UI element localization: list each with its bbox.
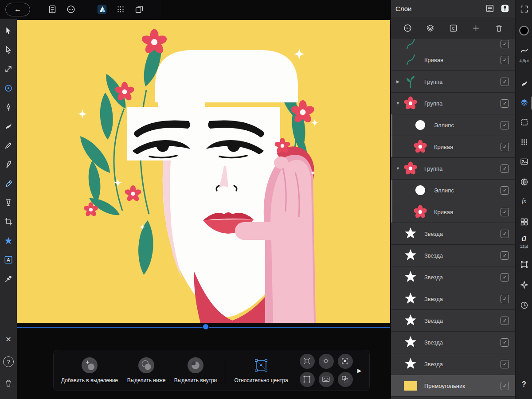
grid-dots-icon[interactable] xyxy=(114,3,127,16)
layer-visibility-checkbox[interactable]: ✓ xyxy=(501,338,509,347)
layer-visibility-checkbox[interactable]: ✓ xyxy=(501,164,509,173)
selection-panel-icon[interactable] xyxy=(516,117,532,129)
delete-layer-icon[interactable] xyxy=(493,23,505,34)
brush-panel-icon[interactable] xyxy=(516,79,532,90)
layer-label: Группа xyxy=(424,78,501,85)
pen-tool[interactable] xyxy=(3,102,14,113)
layer-visibility-checkbox[interactable]: ✓ xyxy=(501,186,509,195)
crosshair-icon[interactable] xyxy=(319,354,334,369)
layer-row[interactable]: Звезда✓ xyxy=(391,310,515,332)
globe-panel-icon[interactable] xyxy=(516,177,532,188)
context-button-select-below[interactable]: Выделить ниже xyxy=(123,357,170,383)
context-button-transform-origin[interactable]: Относительно центра xyxy=(229,357,293,383)
layer-row[interactable]: Звезда✓ xyxy=(391,332,515,353)
vector-brush-tool[interactable] xyxy=(3,121,14,132)
close-button[interactable]: ✕ xyxy=(0,335,17,344)
disclosure-expanded-icon[interactable]: ▼ xyxy=(395,166,401,171)
node-tool[interactable] xyxy=(3,45,14,55)
expand-panel-icon[interactable] xyxy=(516,4,532,16)
fountain-pen-tool[interactable] xyxy=(3,159,14,170)
layer-visibility-checkbox[interactable]: ✓ xyxy=(501,230,509,238)
selection-handle[interactable] xyxy=(203,324,208,329)
pencil-tool[interactable] xyxy=(3,140,14,151)
layer-row[interactable]: Кривая✓ xyxy=(391,49,515,71)
layer-visibility-checkbox[interactable]: ✓ xyxy=(501,208,509,216)
fill-tool[interactable] xyxy=(3,197,14,208)
layer-row[interactable]: Звезда✓ xyxy=(391,288,515,310)
image-panel-icon[interactable] xyxy=(516,157,532,168)
layer-row[interactable]: Эллипс✓ xyxy=(391,114,515,136)
text-tool[interactable]: A xyxy=(3,254,14,265)
layer-row[interactable]: Кривая✓ xyxy=(391,201,515,223)
history-panel-icon[interactable] xyxy=(516,301,532,312)
stroke-color-well[interactable] xyxy=(516,25,532,38)
layer-visibility-checkbox[interactable]: ✓ xyxy=(501,40,509,48)
scale-handles-icon[interactable] xyxy=(300,354,315,369)
disclosure-collapsed-icon[interactable]: ▶ xyxy=(395,79,401,84)
layer-row[interactable]: Прямоугольник✓ xyxy=(391,375,515,397)
eyedropper-tool[interactable] xyxy=(3,274,14,284)
layer-visibility-checkbox[interactable]: ✓ xyxy=(501,56,509,64)
color-grid-icon-svg xyxy=(520,137,529,149)
duplicate-icon[interactable] xyxy=(133,3,145,16)
layer-row[interactable]: Звезда✓ xyxy=(391,245,515,266)
swatches-panel-icon[interactable] xyxy=(516,217,532,228)
help-button[interactable]: ? xyxy=(0,356,17,367)
add-layer-icon[interactable] xyxy=(470,23,482,34)
context-button-add-to-selection[interactable]: Добавить в выделение xyxy=(56,357,123,383)
move-tool[interactable] xyxy=(3,26,14,36)
layer-visibility-checkbox[interactable]: ✓ xyxy=(501,143,509,151)
list-options-icon[interactable] xyxy=(484,3,496,14)
layer-visibility-checkbox[interactable]: ✓ xyxy=(501,273,509,282)
document-icon[interactable] xyxy=(46,3,59,16)
layer-row[interactable]: Звезда✓ xyxy=(391,353,515,375)
color-grid-icon[interactable] xyxy=(516,137,532,149)
layer-visibility-checkbox[interactable]: ✓ xyxy=(501,78,509,86)
crop-tool[interactable] xyxy=(3,216,14,227)
typography-panel-icon[interactable]: a12pt xyxy=(516,233,532,249)
context-button-select-inside[interactable]: Выделить внутри xyxy=(170,357,221,383)
point-tool[interactable] xyxy=(3,83,14,94)
context-more-arrow[interactable]: ▶ xyxy=(357,368,361,374)
layer-row[interactable]: ▶Группа✓ xyxy=(391,71,515,93)
layer-visibility-checkbox[interactable]: ✓ xyxy=(501,295,509,303)
layer-row[interactable]: Звезда✓ xyxy=(391,266,515,288)
marker-tool[interactable] xyxy=(3,178,14,189)
corner-dots-icon[interactable] xyxy=(300,372,315,387)
layer-row[interactable]: Кривая✓ xyxy=(391,136,515,158)
layer-label: Эллипс xyxy=(434,122,501,129)
layer-row[interactable]: Звезда✓ xyxy=(391,223,515,245)
corner-handles-icon[interactable] xyxy=(338,354,353,369)
layer-visibility-checkbox[interactable]: ✓ xyxy=(501,251,509,260)
duplicate-frame-icon[interactable] xyxy=(338,372,353,387)
artwork-canvas[interactable] xyxy=(17,20,390,323)
layer-row[interactable]: ▼Группа✓ xyxy=(391,93,515,114)
ellipse-frame-icon[interactable] xyxy=(319,372,334,387)
more-circle-icon[interactable] xyxy=(402,23,413,34)
more-options-icon[interactable] xyxy=(65,3,77,16)
layer-row[interactable]: Эллипс✓ xyxy=(391,180,515,201)
layer-visibility-checkbox[interactable]: ✓ xyxy=(501,382,509,390)
layer-visibility-checkbox[interactable]: ✓ xyxy=(501,121,509,129)
layers-stack-icon[interactable] xyxy=(425,23,436,34)
star-shape-tool[interactable] xyxy=(3,235,14,246)
layer-visibility-checkbox[interactable]: ✓ xyxy=(501,317,509,325)
help-button-right[interactable]: ? xyxy=(516,380,532,388)
layer-row[interactable]: ▼Группа✓ xyxy=(391,158,515,180)
clip-icon[interactable]: C xyxy=(447,23,459,34)
fx-panel-icon[interactable]: fx xyxy=(516,198,532,205)
layer-visibility-checkbox[interactable]: ✓ xyxy=(501,360,509,368)
transform-tool[interactable] xyxy=(3,64,14,74)
context-divider xyxy=(225,358,225,383)
snapping-panel-icon[interactable] xyxy=(516,280,532,291)
back-button[interactable]: ← xyxy=(5,3,30,16)
transform-panel-icon[interactable] xyxy=(516,260,532,271)
layer-visibility-checkbox[interactable]: ✓ xyxy=(501,99,509,108)
delete-button[interactable] xyxy=(0,379,17,389)
pin-icon[interactable] xyxy=(499,3,511,14)
layers-panel-icon[interactable] xyxy=(516,98,532,109)
affinity-designer-logo[interactable] xyxy=(96,3,108,16)
layer-row[interactable]: ✓ xyxy=(391,39,515,49)
disclosure-expanded-icon[interactable]: ▼ xyxy=(395,101,401,106)
stroke-style-icon[interactable]: 4,9pt xyxy=(516,46,532,63)
